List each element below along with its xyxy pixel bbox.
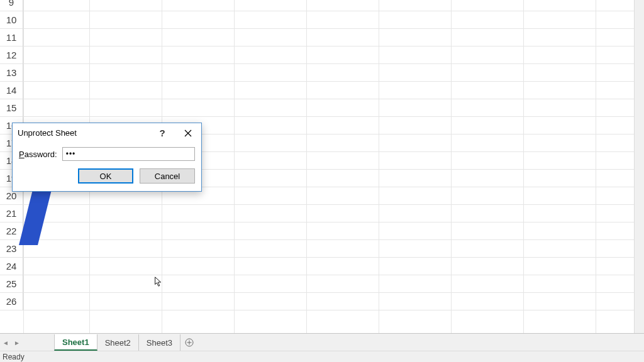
grid-row: 25 bbox=[0, 275, 644, 293]
grid-row: 13 bbox=[0, 64, 644, 82]
row-header[interactable]: 14 bbox=[0, 82, 23, 99]
row-header[interactable]: 12 bbox=[0, 47, 23, 64]
grid-row: 23 bbox=[0, 240, 644, 258]
tab-nav-prev[interactable]: ◄ bbox=[0, 334, 11, 351]
row-cells[interactable] bbox=[23, 29, 644, 47]
dialog-help-button[interactable]: ? bbox=[150, 128, 175, 138]
row-header[interactable]: 11 bbox=[0, 29, 23, 47]
status-bar: Ready bbox=[0, 351, 644, 362]
row-cells[interactable] bbox=[23, 258, 644, 275]
tab-spacer bbox=[26, 334, 54, 351]
dialog-close-button[interactable] bbox=[175, 123, 201, 142]
row-cells[interactable] bbox=[23, 293, 644, 310]
grid-row: 15 bbox=[0, 99, 644, 117]
row-cells[interactable] bbox=[23, 0, 644, 11]
sheet-tab-sheet1[interactable]: Sheet1 bbox=[54, 334, 97, 351]
ok-button[interactable]: OK bbox=[78, 168, 133, 184]
row-cells[interactable] bbox=[23, 82, 644, 99]
bottom-bar: ◄ ► Sheet1Sheet2Sheet3 Ready bbox=[0, 333, 644, 362]
grid-row: 9 bbox=[0, 0, 644, 11]
status-text: Ready bbox=[3, 353, 25, 361]
unprotect-sheet-dialog: Unprotect Sheet ? Password: OK Cancel bbox=[12, 123, 202, 192]
row-header[interactable]: 24 bbox=[0, 258, 23, 275]
sheet-tab-bar: ◄ ► Sheet1Sheet2Sheet3 bbox=[0, 333, 644, 351]
row-cells[interactable] bbox=[23, 64, 644, 82]
row-header[interactable]: 10 bbox=[0, 11, 23, 29]
row-cells[interactable] bbox=[23, 11, 644, 29]
dialog-titlebar[interactable]: Unprotect Sheet ? bbox=[13, 123, 201, 142]
grid-row: 24 bbox=[0, 258, 644, 275]
row-header[interactable]: 15 bbox=[0, 99, 23, 117]
row-header[interactable]: 9 bbox=[0, 0, 23, 11]
close-icon bbox=[184, 129, 192, 137]
plus-icon bbox=[185, 338, 194, 347]
row-header[interactable]: 13 bbox=[0, 64, 23, 82]
row-header[interactable]: 23 bbox=[0, 240, 23, 258]
grid-row: 11 bbox=[0, 29, 644, 47]
row-header[interactable]: 26 bbox=[0, 293, 23, 310]
dialog-title: Unprotect Sheet bbox=[18, 128, 150, 138]
row-cells[interactable] bbox=[23, 222, 644, 240]
row-cells[interactable] bbox=[23, 99, 644, 117]
vertical-scrollbar[interactable] bbox=[634, 0, 644, 333]
tab-nav-next[interactable]: ► bbox=[11, 334, 23, 351]
grid-row: 10 bbox=[0, 11, 644, 29]
row-header[interactable]: 22 bbox=[0, 222, 23, 240]
row-header[interactable]: 21 bbox=[0, 205, 23, 222]
grid-row: 22 bbox=[0, 222, 644, 240]
password-label: Password: bbox=[19, 150, 57, 159]
row-cells[interactable] bbox=[23, 205, 644, 222]
grid-row: 21 bbox=[0, 205, 644, 222]
cancel-button[interactable]: Cancel bbox=[140, 168, 195, 184]
sheet-tab-sheet2[interactable]: Sheet2 bbox=[97, 334, 139, 351]
grid-row: 14 bbox=[0, 82, 644, 99]
password-input[interactable] bbox=[62, 147, 195, 161]
row-cells[interactable] bbox=[23, 275, 644, 293]
grid-row: 26 bbox=[0, 293, 644, 310]
new-sheet-button[interactable] bbox=[180, 334, 198, 351]
row-header[interactable]: 25 bbox=[0, 275, 23, 293]
row-cells[interactable] bbox=[23, 47, 644, 64]
grid-row: 12 bbox=[0, 47, 644, 64]
row-cells[interactable] bbox=[23, 240, 644, 258]
sheet-tab-sheet3[interactable]: Sheet3 bbox=[139, 334, 180, 351]
